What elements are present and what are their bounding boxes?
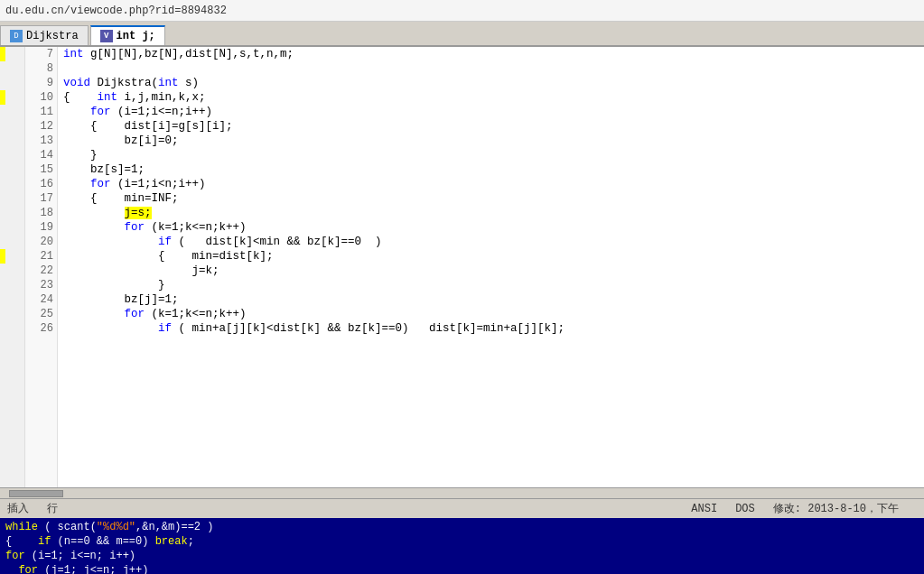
status-bar: 插入 行 ANSI DOS 修改: 2013-8-10，下午 [0, 498, 924, 518]
code-line-16: for (i=1;i<n;i++) [63, 177, 919, 191]
bottom-code-line-4: for (j=1; j<=n; j++) [5, 563, 919, 574]
code-line-26: if ( min+a[j][k]<dist[k] && bz[k]==0) di… [63, 321, 919, 336]
line-num-16: 16 [25, 177, 57, 191]
line-numbers: 7 8 9 10 11 12 13 14 15 16 17 18 19 20 2… [25, 47, 58, 498]
gutter-mark-7 [0, 47, 5, 61]
line-num-24: 24 [25, 292, 57, 307]
line-num-15: 15 [25, 162, 57, 177]
code-line-8 [63, 61, 919, 76]
line-num-10: 10 [25, 90, 57, 105]
line-num-11: 11 [25, 105, 57, 119]
code-line-19: for (k=1;k<=n;k++) [63, 220, 919, 235]
bottom-code-line-1: while ( scant("%d%d",&n,&m)==2 ) [5, 520, 919, 534]
status-modified: 修改: 2013-8-10，下午 [773, 501, 899, 516]
line-num-9: 9 [25, 76, 57, 90]
tab-int-j[interactable]: V int j; [90, 25, 165, 45]
line-num-26: 26 [25, 321, 57, 336]
code-content[interactable]: int g[N][N],bz[N],dist[N],s,t,n,m; void … [58, 47, 924, 498]
tab-bar: D Dijkstra V int j; [0, 22, 924, 47]
code-line-14: } [63, 148, 919, 162]
tab-dijkstra[interactable]: D Dijkstra [0, 25, 89, 45]
status-mode: 插入 [7, 501, 29, 516]
status-line-ending: DOS [735, 503, 755, 515]
gutter-mark-21 [0, 249, 5, 264]
code-line-10: { int i,j,min,k,x; [63, 90, 919, 105]
int-j-tab-icon: V [100, 30, 113, 42]
code-line-24: bz[j]=1; [63, 292, 919, 307]
code-line-22: j=k; [63, 264, 919, 278]
bottom-code-line-3: for (i=1; i<=n; i++) [5, 549, 919, 563]
editor-container: 7 8 9 10 11 12 13 14 15 16 17 18 19 20 2… [0, 47, 924, 498]
code-line-18: j=s; [63, 206, 919, 220]
code-line-21: { min=dist[k]; [63, 249, 919, 264]
status-encoding: ANSI [691, 503, 717, 515]
code-line-15: bz[s]=1; [63, 162, 919, 177]
code-line-20: if ( dist[k]<min && bz[k]==0 ) [63, 235, 919, 249]
bottom-panel: while ( scant("%d%d",&n,&m)==2 ) { if (n… [0, 518, 924, 574]
line-num-22: 22 [25, 264, 57, 278]
scroll-thumb[interactable] [9, 490, 63, 497]
code-line-12: { dist[i]=g[s][i]; [63, 119, 919, 134]
line-num-19: 19 [25, 220, 57, 235]
line-num-17: 17 [25, 191, 57, 206]
int-j-tab-label: int j; [117, 30, 155, 42]
line-num-23: 23 [25, 278, 57, 292]
bottom-code-line-2: { if (n==0 && m==0) break; [5, 534, 919, 549]
code-area: 7 8 9 10 11 12 13 14 15 16 17 18 19 20 2… [0, 47, 924, 498]
code-line-13: bz[i]=0; [63, 134, 919, 148]
line-num-14: 14 [25, 148, 57, 162]
gutter [0, 47, 25, 498]
line-num-20: 20 [25, 235, 57, 249]
code-line-23: } [63, 278, 919, 292]
line-num-8: 8 [25, 61, 57, 76]
code-line-17: { min=INF; [63, 191, 919, 206]
address-bar: du.edu.cn/viewcode.php?rid=8894832 [0, 0, 924, 22]
line-num-25: 25 [25, 307, 57, 321]
code-line-11: for (i=1;i<=n;i++) [63, 105, 919, 119]
line-num-7: 7 [25, 47, 57, 61]
scrollbar-horizontal[interactable] [0, 487, 924, 498]
url-text: du.edu.cn/viewcode.php?rid=8894832 [5, 5, 227, 17]
code-line-9: void Dijkstra(int s) [63, 76, 919, 90]
code-line-7: int g[N][N],bz[N],dist[N],s,t,n,m; [63, 47, 919, 61]
line-num-21: 21 [25, 249, 57, 264]
dijkstra-tab-icon: D [10, 30, 23, 42]
line-num-13: 13 [25, 134, 57, 148]
dijkstra-tab-label: Dijkstra [26, 30, 79, 42]
gutter-mark-10 [0, 90, 5, 105]
status-row: 行 [47, 501, 58, 516]
line-num-18: 18 [25, 206, 57, 220]
code-line-25: for (k=1;k<=n;k++) [63, 307, 919, 321]
line-num-12: 12 [25, 119, 57, 134]
